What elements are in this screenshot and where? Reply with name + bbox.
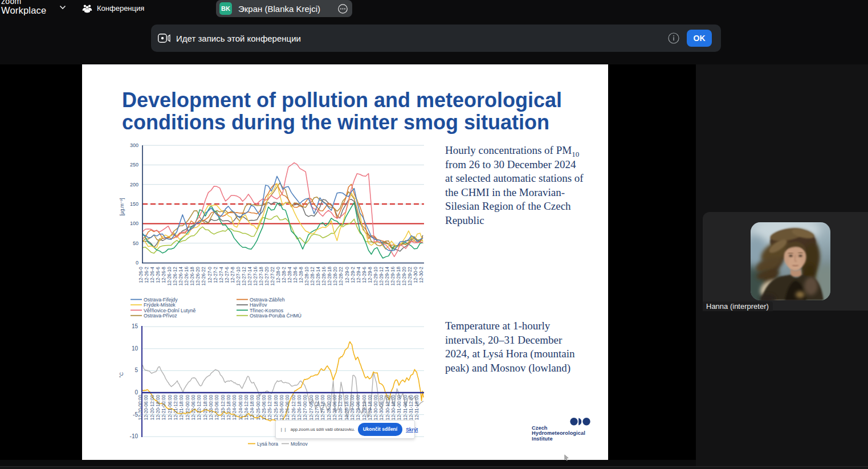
svg-text:12-27-16: 12-27-16: [252, 267, 258, 286]
svg-text:12-29-4: 12-29-4: [356, 267, 361, 283]
svg-text:12-26-0: 12-26-0: [138, 267, 144, 283]
svg-text:12-27-4: 12-27-4: [218, 267, 224, 283]
svg-text:12-26-14: 12-26-14: [178, 267, 184, 286]
svg-text:12-28-06:00: 12-28-06:00: [332, 395, 337, 421]
svg-text:12-26-4: 12-26-4: [149, 267, 155, 283]
svg-text:12-28-18: 12-28-18: [327, 267, 332, 286]
svg-text:12-22-12:00: 12-22-12:00: [197, 395, 202, 421]
svg-text:12-22-06:00: 12-22-06:00: [191, 395, 196, 421]
svg-text:Ostrava-Poruba ČHMÚ: Ostrava-Poruba ČHMÚ: [250, 313, 301, 319]
svg-text:12-29-20: 12-29-20: [401, 267, 407, 286]
svg-text:12-27-00:00: 12-27-00:00: [303, 395, 308, 421]
svg-text:12-23-18:00: 12-23-18:00: [226, 395, 231, 421]
svg-text:12-21-18:00: 12-21-18:00: [179, 395, 184, 421]
svg-text:12-28-20: 12-28-20: [332, 267, 338, 286]
svg-text:12-20-00:00: 12-20-00:00: [138, 395, 143, 421]
svg-text:12-31-06:00: 12-31-06:00: [403, 395, 408, 421]
svg-text:12-29-6: 12-29-6: [361, 267, 367, 283]
svg-text:12-27-12:00: 12-27-12:00: [315, 395, 320, 421]
svg-text:12-20-18:00: 12-20-18:00: [156, 395, 161, 421]
svg-text:12-23-06:00: 12-23-06:00: [214, 395, 219, 421]
svg-text:12-28-12:00: 12-28-12:00: [338, 395, 343, 421]
svg-text:12-21-12:00: 12-21-12:00: [173, 395, 178, 421]
svg-text:12-25-06:00: 12-25-06:00: [262, 395, 267, 421]
svg-text:12-26-12: 12-26-12: [172, 267, 178, 286]
svg-text:12-30-2: 12-30-2: [418, 267, 424, 283]
svg-text:12-29-0: 12-29-0: [344, 267, 350, 283]
svg-text:12-26-06:00: 12-26-06:00: [285, 395, 290, 421]
svg-text:12-27-14: 12-27-14: [247, 267, 252, 286]
svg-text:12-27-22: 12-27-22: [270, 267, 275, 286]
svg-text:12-29-18:00: 12-29-18:00: [368, 395, 373, 421]
svg-text:12-28-00:00: 12-28-00:00: [327, 395, 332, 421]
svg-text:12-29-06:00: 12-29-06:00: [356, 395, 361, 421]
svg-text:12-27-18: 12-27-18: [258, 267, 264, 286]
svg-text:12-28-8: 12-28-8: [298, 267, 304, 283]
svg-text:12-31-12:00: 12-31-12:00: [409, 395, 414, 421]
svg-text:12-24-12:00: 12-24-12:00: [244, 395, 249, 421]
svg-text:12-28-14: 12-28-14: [315, 267, 321, 286]
svg-text:12-29-00:00: 12-29-00:00: [350, 395, 355, 421]
svg-text:12-28-18:00: 12-28-18:00: [344, 395, 349, 421]
svg-text:12-20-12:00: 12-20-12:00: [150, 395, 155, 421]
svg-text:12-21-06:00: 12-21-06:00: [168, 395, 173, 421]
svg-text:100: 100: [130, 221, 138, 226]
svg-text:12-26-18: 12-26-18: [189, 267, 195, 286]
svg-text:10: 10: [132, 345, 138, 352]
svg-text:12-29-10: 12-29-10: [373, 267, 378, 286]
svg-text:12-29-16: 12-29-16: [390, 267, 396, 286]
svg-text:50: 50: [133, 240, 138, 246]
svg-text:0: 0: [135, 389, 138, 395]
svg-text:12-26-18:00: 12-26-18:00: [297, 395, 302, 421]
svg-text:12-23-00:00: 12-23-00:00: [209, 395, 214, 421]
svg-text:Ostrava-Přívoz: Ostrava-Přívoz: [144, 313, 177, 319]
svg-text:12-31-00:00: 12-31-00:00: [397, 395, 402, 421]
svg-text:12-28-22: 12-28-22: [338, 267, 344, 286]
svg-text:12-22-18:00: 12-22-18:00: [203, 395, 208, 421]
svg-text:12-26-16: 12-26-16: [184, 267, 189, 286]
svg-text:12-28-10: 12-28-10: [304, 267, 309, 286]
svg-text:-10: -10: [130, 433, 138, 439]
svg-text:12-29-8: 12-29-8: [367, 267, 373, 283]
svg-text:12-27-12: 12-27-12: [241, 267, 247, 286]
svg-text:15: 15: [132, 323, 138, 329]
svg-text:Mošnov: Mošnov: [291, 441, 308, 447]
svg-text:12-27-18:00: 12-27-18:00: [320, 395, 325, 421]
svg-text:12-28-4: 12-28-4: [287, 267, 292, 283]
svg-text:12-20-06:00: 12-20-06:00: [144, 395, 149, 421]
svg-text:250: 250: [130, 162, 138, 168]
svg-text:12-25-00:00: 12-25-00:00: [256, 395, 261, 421]
svg-text:12-22-00:00: 12-22-00:00: [185, 395, 190, 421]
svg-text:12-31-18:00: 12-31-18:00: [414, 395, 419, 421]
svg-text:12-27-20: 12-27-20: [264, 267, 270, 286]
svg-text:12-28-16: 12-28-16: [321, 267, 327, 286]
svg-text:300: 300: [130, 142, 138, 148]
svg-text:12-25-12:00: 12-25-12:00: [267, 395, 272, 421]
svg-text:12-27-8: 12-27-8: [230, 267, 235, 283]
svg-text:12-30-0: 12-30-0: [413, 267, 418, 283]
svg-text:12-29-22: 12-29-22: [407, 267, 413, 286]
svg-text:12-26-12:00: 12-26-12:00: [291, 395, 296, 421]
svg-text:12-30-06:00: 12-30-06:00: [379, 395, 384, 421]
svg-text:12-24-06:00: 12-24-06:00: [238, 395, 243, 421]
svg-text:12-27-2: 12-27-2: [213, 267, 218, 283]
svg-text:12-26-20: 12-26-20: [195, 267, 201, 286]
svg-text:12-26-8: 12-26-8: [161, 267, 166, 283]
svg-text:°C: °C: [119, 372, 124, 378]
svg-text:12-27-10: 12-27-10: [235, 267, 241, 286]
svg-text:150: 150: [130, 201, 138, 207]
svg-text:12-28-0: 12-28-0: [275, 267, 281, 283]
svg-text:12-29-18: 12-29-18: [396, 267, 401, 286]
svg-text:12-23-12:00: 12-23-12:00: [221, 395, 226, 421]
svg-text:12-26-2: 12-26-2: [144, 267, 149, 283]
svg-text:5: 5: [135, 367, 138, 373]
svg-text:12-27-6: 12-27-6: [224, 267, 230, 283]
svg-text:12-30-00:00: 12-30-00:00: [373, 395, 378, 421]
svg-text:12-25-18:00: 12-25-18:00: [274, 395, 279, 421]
svg-text:[µg.m⁻³]: [µg.m⁻³]: [119, 198, 125, 215]
svg-text:12-29-2: 12-29-2: [350, 267, 356, 283]
svg-text:12-27-0: 12-27-0: [207, 267, 213, 283]
svg-text:12-28-2: 12-28-2: [281, 267, 287, 283]
svg-text:12-21-00:00: 12-21-00:00: [161, 395, 166, 421]
svg-text:12-30-12:00: 12-30-12:00: [385, 395, 390, 421]
